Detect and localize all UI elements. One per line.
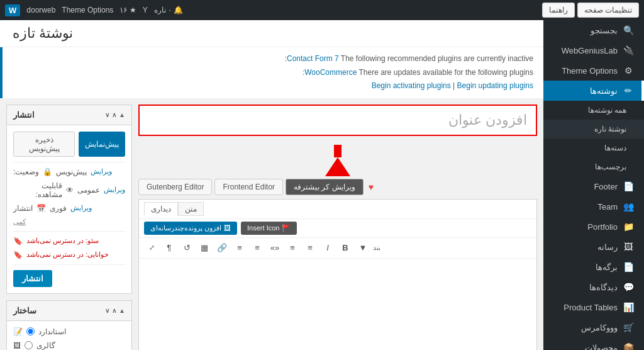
begin-activating-link[interactable]: Begin activating plugins <box>372 81 451 90</box>
adminbar-toolbar-left: تنظیمات صفحه راهنما <box>542 3 639 18</box>
adminbar-y[interactable]: Y <box>143 6 148 14</box>
sidebar-item-label: Portfolio <box>551 222 618 232</box>
heart-icon: ♥ <box>369 182 374 192</box>
contact-form-link[interactable]: Contact Form 7 <box>287 54 339 63</box>
pages-icon: 📄 <box>623 262 634 272</box>
publish-button[interactable]: انتشار <box>13 270 52 287</box>
gutenberg-editor-btn[interactable]: Gutenberg Editor <box>138 179 212 195</box>
status-edit-link[interactable]: ویرایش <box>91 167 112 176</box>
editor-area: ♥ ویرایش کر بیشترفه Frontend Editor Gute… <box>138 104 537 350</box>
format-standard-radio[interactable] <box>26 327 35 336</box>
title-input[interactable] <box>140 106 536 135</box>
page-settings-btn[interactable]: تنظیمات صفحه <box>577 3 639 18</box>
save-draft-btn[interactable]: ذخیره پیش‌نویس <box>13 132 75 157</box>
toolbar-link-icon[interactable]: 🔗 <box>214 240 230 256</box>
format-arrows[interactable]: ▲ ∧ ∨ <box>105 307 125 314</box>
yoast-seo-row: سئو: در دسترس نمی‌باشد 🔖 <box>13 237 125 246</box>
format-gallery: گالری 🖼 <box>13 341 125 350</box>
status-icon: 🔒 <box>43 167 52 176</box>
arrow-collapse-icon[interactable]: ∨ <box>105 111 109 118</box>
arrow-collapse2-icon[interactable]: ∨ <box>105 307 109 314</box>
sidebar-item-posts[interactable]: ✏ نوشته‌ها <box>543 81 644 101</box>
sidebar-item-media[interactable]: 🖼 رسانه <box>543 237 644 257</box>
sidebar-item-categories[interactable]: دسته‌ها <box>543 138 644 157</box>
toolbar-bold-icon[interactable]: B <box>338 240 353 256</box>
toolbar-redo-icon[interactable]: ↺ <box>179 240 194 256</box>
tab-visual[interactable]: دیداری <box>144 202 178 216</box>
begin-updating-link[interactable]: Begin updating plugins <box>457 81 533 90</box>
woo-icon: 🛒 <box>623 322 634 332</box>
format-standard-icon: 📝 <box>13 327 23 336</box>
toolbar-list-icon[interactable]: ≡ <box>303 240 318 256</box>
divider <box>13 162 125 162</box>
adminbar-site-name[interactable]: doorweb <box>26 6 55 14</box>
toolbar-align2-icon[interactable]: ≡ <box>232 240 247 256</box>
sidebar-item-portfolio[interactable]: 📁 Portfolio <box>543 217 644 237</box>
preview-btn[interactable]: پیش‌نمایش <box>79 132 125 157</box>
arrow-down-icon[interactable]: ∧ <box>112 111 116 118</box>
sidebar-item-theme-options[interactable]: ⚙ Theme Options <box>543 60 644 81</box>
sidebar-item-label: دیدگاه‌ها <box>551 283 618 292</box>
toolbar-dropdown-icon[interactable]: ▼ <box>355 240 370 256</box>
toolbar-expand-icon[interactable]: ⤢ <box>144 240 159 256</box>
editor-switcher: ♥ ویرایش کر بیشترفه Frontend Editor Gute… <box>138 179 537 195</box>
sidebar-item-label: دسته‌ها <box>551 144 626 152</box>
arrow-down2-icon[interactable]: ∧ <box>112 307 116 314</box>
sidebar-item-tags[interactable]: برچسب‌ها <box>543 157 644 176</box>
sidebar-item-footer[interactable]: 📄 Footer <box>543 176 644 196</box>
media-add-icon: 🖼 <box>224 224 231 232</box>
sidebar-item-label: همه نوشته‌ها <box>551 106 626 115</box>
toolbar-list2-icon[interactable]: ≡ <box>285 240 300 256</box>
add-media-btn[interactable]: 🖼 افزون پرونده‌چندرسانه‌ای <box>144 222 237 235</box>
format-gallery-label: گالری <box>36 341 55 350</box>
editor-content[interactable] <box>139 259 536 309</box>
sidebar-item-pages[interactable]: 📄 برگه‌ها <box>543 257 644 277</box>
tab-text[interactable]: متن <box>178 202 204 216</box>
less-link[interactable]: کمی <box>13 218 125 226</box>
sidebar-item-new-post[interactable]: نوشتهٔ ناره <box>543 120 644 138</box>
publish-date-icon: 📅 <box>36 204 46 213</box>
sidebar-item-comments[interactable]: 💬 دیدگاه‌ها <box>543 277 644 297</box>
sidebar-item-woocommerce[interactable]: 🛒 وووکامرس <box>543 317 644 337</box>
yoast-readability-row: خوانایی: در دسترس نمی‌باشد 🔖 <box>13 251 125 259</box>
arrow-up-icon[interactable]: ▲ <box>119 111 125 118</box>
publish-meta-header: ▲ ∧ ∨ انتشار <box>7 105 131 125</box>
woocommerce-link[interactable]: WooCommerce <box>304 68 357 77</box>
media-icon: 🖼 <box>623 242 634 252</box>
toolbar-quote-icon[interactable]: «» <box>267 240 282 256</box>
yoast-seo-icon: 🔖 <box>13 237 23 246</box>
notice-line1: Contact Form 7 The following recommended… <box>285 54 533 63</box>
plugin-icon: 🔌 <box>623 45 634 55</box>
sidebar: 🔍 بجستجو 🔌 WebGeniusLab ⚙ Theme Options … <box>543 20 644 350</box>
publish-date-row: ویرایش فوری 📅 انتشار <box>13 204 125 213</box>
visibility-icon: 👁 <box>66 186 74 195</box>
adminbar-notifications[interactable]: 🔔 ۰ ناره <box>154 6 184 14</box>
toolbar-paragraph-icon[interactable]: ¶ <box>162 240 177 256</box>
sidebar-item-products[interactable]: 📦 محصولات <box>543 337 644 350</box>
format-gallery-radio[interactable] <box>25 341 33 349</box>
visual-editor-btn[interactable]: ویرایش کر بیشترفه <box>286 179 364 195</box>
sidebar-item-search[interactable]: 🔍 بجستجو <box>543 20 644 40</box>
adminbar-theme-options[interactable]: Theme Options <box>62 6 113 14</box>
toolbar-table-icon[interactable]: ▦ <box>197 240 212 256</box>
adminbar-right: 🔔 ۰ ناره Y ★ ۱۶ Theme Options doorweb W <box>5 4 183 16</box>
yoast-readability-text: خوانایی: در دسترس نمی‌باشد <box>26 251 109 259</box>
status-label: وضعیت: <box>13 167 39 176</box>
visibility-value: عمومی <box>77 186 100 195</box>
visibility-edit-link[interactable]: ویرایش <box>104 186 125 194</box>
sidebar-item-team[interactable]: 👥 Team <box>543 196 644 217</box>
meta-arrows[interactable]: ▲ ∧ ∨ <box>105 111 125 118</box>
arrow-up2-icon[interactable]: ▲ <box>119 307 125 314</box>
notice-bar: Contact Form 7 The following recommended… <box>0 47 543 98</box>
sidebar-item-product-tables[interactable]: 📊 Product Tables <box>543 297 644 317</box>
help-btn[interactable]: راهنما <box>542 3 575 18</box>
sidebar-item-all-posts[interactable]: همه نوشته‌ها <box>543 101 644 120</box>
footer-icon: 📄 <box>623 181 634 191</box>
publish-date-edit-link[interactable]: ویرایش <box>70 204 92 212</box>
adminbar-updates[interactable]: ★ ۱۶ <box>119 6 136 14</box>
frontend-editor-btn[interactable]: Frontend Editor <box>214 179 283 195</box>
insert-icon-btn[interactable]: 🚩 Insert Icon <box>241 222 297 235</box>
toolbar-align-icon[interactable]: ≡ <box>250 240 265 256</box>
toolbar-italic-icon[interactable]: I <box>320 240 335 256</box>
sidebar-item-webgeniuslab[interactable]: 🔌 WebGeniusLab <box>543 40 644 60</box>
